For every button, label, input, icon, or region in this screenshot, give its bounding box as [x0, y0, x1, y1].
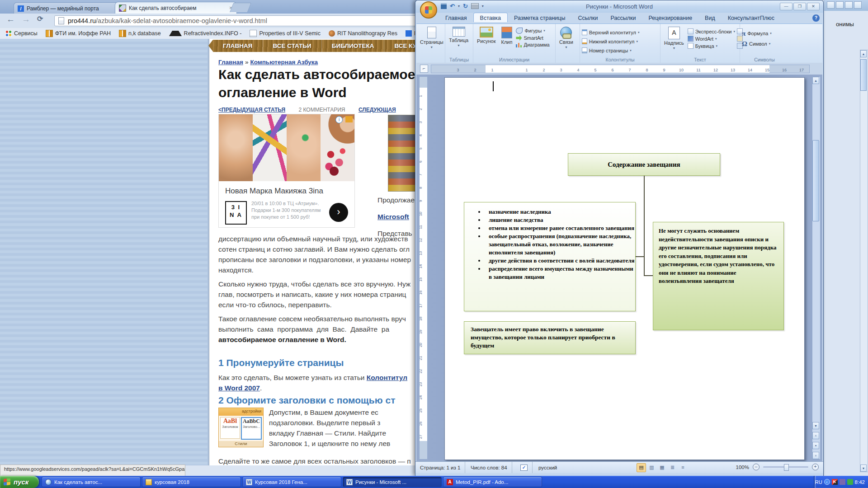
panel-button-icon[interactable]: [836, 1, 844, 9]
links-button[interactable]: Связи▼: [557, 26, 575, 50]
nav-item[interactable]: БИБЛИОТЕКА: [322, 40, 385, 52]
ribbon-tab[interactable]: Главная: [439, 13, 473, 23]
browser-tab-article[interactable]: Как сделать автособираем ✕: [115, 2, 237, 14]
save-icon[interactable]: [441, 3, 447, 9]
ribbon-tab[interactable]: Вид: [698, 13, 722, 23]
horizontal-ruler[interactable]: 3211234567891011121314151617: [431, 65, 810, 73]
textbox-button[interactable]: A Надпись▼: [662, 26, 686, 51]
panel-button-icon[interactable]: [827, 1, 835, 9]
ad-arrow-button[interactable]: ›: [329, 203, 348, 222]
close-icon[interactable]: ✕: [807, 3, 820, 10]
scroll-up-icon[interactable]: ▲: [860, 50, 867, 57]
shapes-button[interactable]: Фигуры▾: [516, 28, 549, 34]
new-tab-button[interactable]: [230, 3, 251, 12]
diagram-bottom-box[interactable]: Завещатель имеет право включить в завеща…: [464, 321, 636, 354]
vertical-ruler[interactable]: 1234567891011121314151617181920212223242…: [419, 76, 428, 460]
ribbon-tab[interactable]: Вставка: [473, 13, 508, 22]
web-view-icon[interactable]: ▦: [657, 463, 667, 472]
ad-info-icon[interactable]: i: [335, 116, 343, 123]
minimize-icon[interactable]: —: [780, 3, 793, 10]
wordart-button[interactable]: WordArt▾: [688, 36, 735, 42]
select-browse-object-icon[interactable]: ●: [812, 442, 819, 449]
bookmark-item[interactable]: Properties of III-V Semic: [250, 30, 320, 37]
smartart-button[interactable]: SmartArt: [516, 35, 549, 41]
scroll-down-icon[interactable]: ▼: [812, 422, 819, 429]
zoom-slider-thumb[interactable]: [784, 464, 789, 471]
zoom-in-icon[interactable]: +: [812, 464, 819, 470]
breadcrumb-home-link[interactable]: Главная: [218, 59, 243, 66]
breadcrumb-section-link[interactable]: Компьютерная Азбука: [250, 59, 318, 66]
spellcheck-status[interactable]: ✓: [516, 462, 533, 473]
language-indicator[interactable]: RU: [815, 479, 822, 485]
word-count[interactable]: Число слов: 84: [466, 462, 512, 473]
scroll-up-icon[interactable]: ▲: [812, 77, 819, 84]
taskbar-button[interactable]: Как сделать автос...: [42, 477, 141, 487]
ribbon-tab[interactable]: Разметка страницы: [508, 13, 571, 23]
tab-selector[interactable]: ⌐: [420, 65, 428, 73]
diagram-bullets-box[interactable]: назначение наследникалишение наследствао…: [464, 202, 636, 311]
ribbon-tab[interactable]: Ссылки: [571, 13, 604, 23]
qat-customize-icon[interactable]: ▾: [482, 4, 484, 8]
taskbar-button[interactable]: A Metod_PIR.pdf - Ado...: [443, 477, 542, 487]
quick-parts-button[interactable]: Экспресс-блоки▾: [688, 28, 735, 34]
panel-scrollbar-thumb[interactable]: [860, 59, 867, 91]
taskbar-button[interactable]: W Рисунки - Microsoft ...: [343, 477, 442, 487]
microsoft-link[interactable]: Microsoft: [377, 213, 409, 221]
clock[interactable]: 8:42: [855, 479, 865, 485]
help-icon[interactable]: ?: [812, 14, 820, 22]
fullscreen-view-icon[interactable]: ▥: [647, 463, 656, 472]
tray-icon-green[interactable]: [847, 479, 853, 485]
bookmark-item[interactable]: RIT Nanolithograpy Res: [329, 30, 397, 37]
scrollbar-thumb[interactable]: [812, 140, 819, 221]
document-page[interactable]: Содержание завещания назначение наследни…: [444, 77, 805, 460]
undo-dropdown-icon[interactable]: ▾: [458, 4, 460, 8]
bookmark-item[interactable]: RefractiveIndex.INFO -: [169, 30, 242, 37]
zoom-slider[interactable]: [763, 466, 808, 468]
forward-icon[interactable]: →: [22, 14, 30, 24]
diagram-note-box[interactable]: Не могут служить основанием недействител…: [653, 222, 784, 330]
print-layout-view-icon[interactable]: ▤: [637, 463, 646, 472]
outline-view-icon[interactable]: ≣: [668, 463, 677, 472]
antivirus-tray-icon[interactable]: K: [832, 479, 838, 485]
diagram-title-box[interactable]: Содержание завещания: [568, 153, 720, 176]
start-button[interactable]: пуск: [0, 476, 39, 488]
dropcap-button[interactable]: Буквица▾: [688, 43, 735, 49]
table-button[interactable]: Таблица▼: [447, 26, 470, 48]
ribbon-tab[interactable]: Рецензирование: [642, 13, 699, 23]
reload-icon[interactable]: ⟳: [37, 14, 43, 23]
office-button[interactable]: [420, 1, 437, 19]
word-scrollbar[interactable]: ▲ ▼ « ● »: [812, 76, 821, 460]
bookmark-item[interactable]: n,k database: [119, 30, 161, 37]
clipart-button[interactable]: Клип: [500, 26, 514, 46]
zoom-out-icon[interactable]: –: [753, 464, 760, 470]
maximize-icon[interactable]: ❐: [793, 3, 806, 10]
next-article-link[interactable]: СЛЕДУЮЩАЯ: [359, 107, 396, 113]
panel-button-icon[interactable]: [845, 1, 853, 9]
symbol-button[interactable]: ΩСимвол▾: [742, 41, 772, 47]
tray-collapse-icon[interactable]: ‹: [824, 479, 830, 485]
panel-button-icon[interactable]: [854, 1, 862, 9]
chart-button[interactable]: Диаграмма: [516, 42, 549, 47]
nav-item[interactable]: ГЛАВНАЯ: [213, 40, 263, 52]
zoom-level[interactable]: 100%: [736, 465, 749, 470]
undo-icon[interactable]: ↶: [450, 3, 455, 9]
ad-choices-icon[interactable]: [345, 116, 353, 122]
previous-page-icon[interactable]: «: [812, 432, 819, 439]
header-button[interactable]: Верхний колонтитул▾: [582, 29, 639, 35]
print-preview-icon[interactable]: [471, 3, 479, 9]
pages-button[interactable]: Страницы▼: [418, 26, 445, 50]
nav-item[interactable]: ВСЕ СТАТЬИ: [263, 40, 322, 52]
ad-banner[interactable]: i Новая Марка Макияжа 3ina 3 IN A 20/01 …: [218, 114, 355, 228]
word2007-link[interactable]: в Word 2007: [218, 384, 260, 392]
page-count[interactable]: Страница: 1 из 1: [415, 462, 465, 473]
bookmark-item[interactable]: Сервисы: [5, 30, 38, 37]
ribbon-tab[interactable]: Рассылки: [604, 13, 642, 23]
formula-button[interactable]: πФормула▾: [742, 30, 772, 37]
browser-tab-rambler[interactable]: / Рамблер — медийный порта ✕: [14, 2, 122, 14]
language-status[interactable]: русский: [534, 462, 561, 473]
redo-icon[interactable]: ↻: [463, 3, 468, 9]
next-page-icon[interactable]: »: [812, 452, 819, 459]
page-number-button[interactable]: Номер страницы▾: [582, 47, 639, 53]
scroll-down-icon[interactable]: ▼: [860, 465, 867, 472]
back-icon[interactable]: ←: [6, 14, 15, 24]
